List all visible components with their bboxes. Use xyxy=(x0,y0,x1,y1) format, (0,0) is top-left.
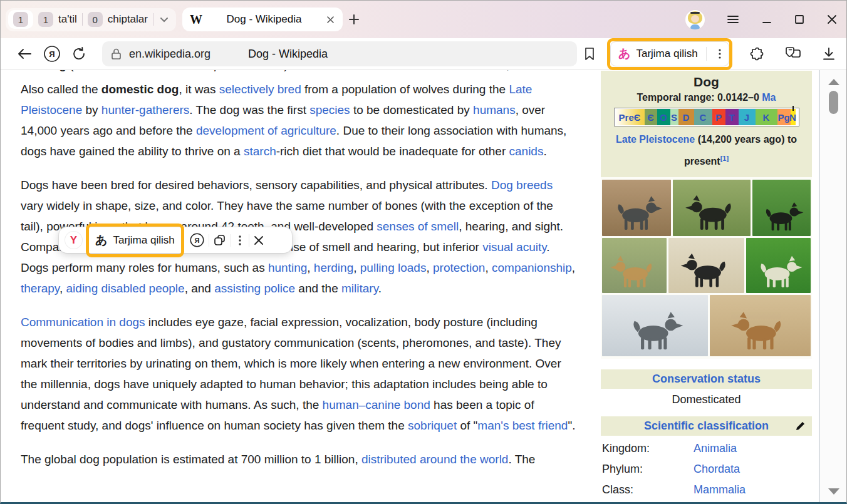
geo-timeline-segment[interactable]: Pg xyxy=(777,109,791,125)
translate-options-kebab-icon[interactable] xyxy=(715,48,725,60)
maximize-button[interactable] xyxy=(794,14,805,25)
active-tab[interactable]: W Dog - Wikipedia xyxy=(182,8,343,31)
minimize-button[interactable] xyxy=(761,14,772,25)
geo-timeline-segment[interactable]: S xyxy=(670,109,678,125)
article-link[interactable]: therapy xyxy=(21,282,60,295)
popup-close-icon[interactable] xyxy=(253,235,264,246)
yandex-services-icon[interactable]: Я xyxy=(38,45,66,63)
article-link[interactable]: starch xyxy=(244,145,276,158)
infobox-photo[interactable] xyxy=(710,295,811,356)
taxonomy-value-link[interactable]: Chordata xyxy=(694,463,740,475)
scrollbar-thumb[interactable] xyxy=(829,91,838,114)
translate-button-label: Tarjima qilish xyxy=(636,48,697,60)
article-link[interactable]: hunter-gatherers xyxy=(101,103,189,116)
geo-timeline-segment[interactable]: P xyxy=(712,109,725,125)
scroll-down-arrow[interactable] xyxy=(828,488,839,495)
infobox-photo[interactable] xyxy=(746,238,811,293)
infobox-photo[interactable] xyxy=(602,295,708,356)
scroll-up-arrow[interactable] xyxy=(828,79,839,85)
profile-avatar[interactable] xyxy=(685,10,705,29)
taxobox-title: Dog xyxy=(605,73,808,92)
conservation-status-value: Domesticated xyxy=(601,389,812,411)
infobox-photo[interactable] xyxy=(668,238,744,293)
article-link[interactable]: companionship xyxy=(492,261,572,274)
late-pleistocene-link[interactable]: Late Pleistocene xyxy=(616,134,695,145)
geo-timeline-segment[interactable]: T xyxy=(725,109,739,125)
translate-highlight-frame: あ Tarjima qilish xyxy=(607,38,732,70)
article-link[interactable]: development of agriculture xyxy=(196,124,336,137)
article-link[interactable]: protection xyxy=(433,261,485,274)
scrollbar[interactable] xyxy=(819,70,847,502)
article-link[interactable]: herding xyxy=(314,261,353,274)
article-link[interactable]: pulling loads xyxy=(360,261,427,274)
taxonomy-value-link[interactable]: Mammalia xyxy=(694,483,746,496)
chevron-down-icon[interactable] xyxy=(158,14,170,25)
geo-timeline-segment[interactable]: D xyxy=(678,109,694,125)
infobox-photo[interactable] xyxy=(673,180,751,236)
article-link[interactable]: military xyxy=(341,282,378,295)
divider xyxy=(82,13,83,26)
article-link[interactable]: selectively bred xyxy=(219,83,301,96)
article-link[interactable]: humans xyxy=(473,103,516,116)
geologic-timescale: PreЄЄOSDCPTJKPgN xyxy=(614,108,799,126)
scientific-classification-header[interactable]: Scientific classification xyxy=(601,416,812,436)
infobox-photo[interactable] xyxy=(752,180,811,236)
reference-1-link[interactable]: [1] xyxy=(720,155,729,162)
geo-timeline-segment[interactable]: C xyxy=(694,109,712,125)
selection-translate-popup: Y あ Tarjima qilish Я xyxy=(59,227,292,253)
infobox-photo[interactable] xyxy=(602,180,671,236)
tab-close-icon[interactable] xyxy=(326,15,335,24)
translate-button[interactable]: あ Tarjima qilish xyxy=(610,41,729,66)
geo-timeline-segment[interactable]: J xyxy=(739,109,756,125)
extensions-icon[interactable] xyxy=(749,46,765,62)
tab-group-chiptalar[interactable]: 0 chiptalar xyxy=(88,12,148,27)
article-link[interactable]: assisting police xyxy=(214,282,295,295)
popup-kebab-icon[interactable] xyxy=(235,234,245,247)
text-run: . The dog was the first xyxy=(189,103,309,116)
article-link[interactable]: senses of smell xyxy=(377,220,459,233)
article-link[interactable]: canids xyxy=(509,145,544,158)
article-link[interactable]: visual acuity xyxy=(482,240,546,254)
table-row: Kingdom:Animalia xyxy=(601,438,812,459)
divider xyxy=(209,234,209,247)
article-paragraph: The global dog population is estimated a… xyxy=(21,449,577,470)
ma-link[interactable]: Ma xyxy=(762,92,776,103)
infobox-photo[interactable] xyxy=(602,238,667,293)
article-link[interactable]: distributed around the world xyxy=(361,453,508,466)
conservation-status-header[interactable]: Conservation status xyxy=(601,369,812,389)
url-host[interactable]: en.wikipedia.org xyxy=(129,48,210,61)
article-link[interactable]: aiding disabled people xyxy=(66,282,185,295)
new-tab-button[interactable] xyxy=(348,13,360,26)
photo-row xyxy=(602,180,811,236)
article-link[interactable]: sobriquet xyxy=(408,419,457,432)
geo-timeline-segment[interactable]: Є xyxy=(645,109,657,125)
article-link[interactable]: man's best friend xyxy=(477,419,568,432)
taxonomy-value-link[interactable]: Animalia xyxy=(694,442,737,455)
address-bar[interactable]: en.wikipedia.org Dog - Wikipedia xyxy=(102,41,577,66)
tab-group-overview[interactable]: 1 xyxy=(8,10,33,29)
text-run: of " xyxy=(457,419,477,432)
bookmark-icon[interactable] xyxy=(583,46,596,61)
article-link[interactable]: human–canine bond xyxy=(323,398,430,411)
copy-icon[interactable] xyxy=(213,234,227,247)
article-link[interactable]: species xyxy=(309,103,350,116)
downloads-icon[interactable] xyxy=(821,46,836,61)
geo-timeline-segment[interactable]: K xyxy=(756,109,777,125)
tab-group-tatil[interactable]: 1 ta'til xyxy=(38,12,77,27)
title-bar: 1 1 ta'til 0 chiptalar W Dog - Wikipedia xyxy=(1,1,846,38)
article-link[interactable]: hunting xyxy=(268,261,307,274)
reload-icon[interactable] xyxy=(66,46,93,61)
back-icon[interactable] xyxy=(11,48,38,60)
close-window-button[interactable] xyxy=(826,14,838,25)
geo-timeline-segment[interactable]: PreЄ xyxy=(615,109,645,125)
edit-icon[interactable] xyxy=(795,421,806,435)
photo-row xyxy=(602,295,811,356)
geo-timeline-segment[interactable]: O xyxy=(657,109,670,125)
article-link[interactable]: Dog breeds xyxy=(491,178,553,192)
article-link[interactable]: Communication in dogs xyxy=(21,316,145,329)
geo-timeline-segment[interactable]: N xyxy=(791,109,796,125)
collections-icon[interactable] xyxy=(784,46,803,62)
popup-translate-button[interactable]: Tarjima qilish xyxy=(113,234,174,247)
menu-icon[interactable] xyxy=(726,14,740,25)
yandex-search-icon[interactable]: Я xyxy=(189,232,205,248)
